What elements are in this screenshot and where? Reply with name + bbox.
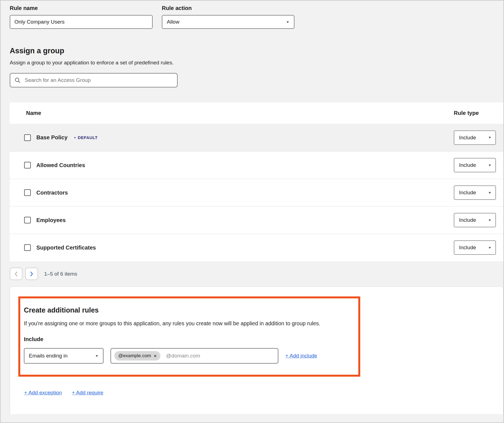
rule-action-value: Allow — [167, 19, 179, 25]
badge-label: DEFAULT — [78, 135, 98, 140]
rule-type-value: Include — [459, 162, 476, 168]
badge-bullet: • — [74, 135, 76, 140]
table-row: Supported Certificates Include ▼ — [10, 234, 503, 261]
rule-type-select[interactable]: Include ▼ — [454, 185, 496, 200]
rule-type-select[interactable]: Include ▼ — [454, 213, 496, 227]
highlight-box: Create additional rules If you're assign… — [18, 296, 360, 377]
add-exception-link[interactable]: + Add exception — [24, 390, 62, 396]
condition-select[interactable]: Emails ending in ▼ — [24, 348, 104, 364]
access-group-searchbox[interactable] — [10, 73, 178, 87]
chevron-down-icon: ▼ — [488, 191, 492, 194]
add-require-link[interactable]: + Add require — [72, 390, 104, 396]
table-row: Base Policy • DEFAULT Include ▼ — [10, 124, 503, 151]
chevron-down-icon: ▼ — [488, 246, 492, 249]
assign-group-heading: Assign a group — [10, 47, 503, 55]
access-groups-table: Name Rule type Base Policy • DEFAULT Inc… — [10, 102, 503, 261]
rule-type-select[interactable]: Include ▼ — [454, 240, 496, 255]
include-label: Include — [24, 336, 353, 343]
rule-action-field: Rule action Allow ▼ — [162, 5, 294, 29]
chevron-down-icon: ▼ — [488, 163, 492, 167]
additional-rules-card: Create additional rules If you're assign… — [10, 286, 503, 414]
rule-action-select[interactable]: Allow ▼ — [162, 15, 294, 29]
chevron-down-icon: ▼ — [488, 136, 492, 139]
domain-input[interactable] — [165, 352, 274, 359]
add-include-link[interactable]: + Add include — [285, 353, 317, 359]
group-name: Allowed Countries — [36, 162, 85, 168]
rule-form: Rule name Rule action Allow ▼ — [10, 5, 503, 29]
rule-name-label: Rule name — [10, 5, 153, 11]
row-checkbox[interactable] — [24, 217, 31, 223]
group-name: Base Policy — [36, 134, 67, 141]
rule-type-value: Include — [459, 190, 476, 196]
prev-page-button[interactable] — [10, 268, 22, 280]
additional-rules-description: If you're assigning one or more groups t… — [24, 320, 353, 327]
next-page-button[interactable] — [25, 268, 38, 280]
default-badge: • DEFAULT — [74, 135, 97, 140]
email-domains-input[interactable]: @example.com × — [110, 348, 278, 364]
rule-type-select[interactable]: Include ▼ — [454, 158, 496, 172]
chevron-left-icon — [14, 271, 18, 276]
rule-type-value: Include — [459, 245, 476, 251]
table-row: Contractors Include ▼ — [10, 179, 503, 206]
chevron-right-icon — [30, 271, 33, 276]
group-name: Employees — [36, 217, 66, 223]
row-checkbox[interactable] — [24, 134, 31, 141]
rule-type-value: Include — [459, 217, 476, 223]
table-header: Name Rule type — [10, 102, 503, 124]
table-row: Allowed Countries Include ▼ — [10, 151, 503, 179]
group-name: Contractors — [36, 190, 68, 196]
assign-group-description: Assign a group to your application to en… — [10, 60, 503, 66]
rule-settings-page: Rule name Rule action Allow ▼ Assign a g… — [1, 1, 503, 414]
group-name: Supported Certificates — [36, 245, 96, 251]
condition-value: Emails ending in — [29, 353, 67, 359]
column-header-rule-type: Rule type — [450, 110, 503, 116]
row-checkbox[interactable] — [24, 244, 31, 251]
rule-links-row: + Add exception + Add require — [24, 390, 503, 396]
search-icon — [14, 77, 21, 83]
remove-chip-icon[interactable]: × — [154, 354, 157, 358]
chevron-down-icon: ▼ — [286, 20, 289, 23]
search-input[interactable] — [24, 77, 173, 84]
row-checkbox[interactable] — [24, 162, 31, 168]
additional-rules-heading: Create additional rules — [24, 306, 353, 314]
rule-type-value: Include — [459, 135, 476, 141]
include-rule-row: Emails ending in ▼ @example.com × + Add … — [24, 348, 353, 364]
column-header-name: Name — [26, 110, 450, 116]
row-checkbox[interactable] — [24, 189, 31, 196]
rule-action-label: Rule action — [162, 5, 294, 11]
table-row: Employees Include ▼ — [10, 206, 503, 234]
chip-label: @example.com — [118, 353, 151, 359]
rule-type-select[interactable]: Include ▼ — [454, 130, 496, 145]
pagination: 1–5 of 6 items — [10, 268, 503, 280]
chevron-down-icon: ▼ — [95, 354, 99, 357]
pagination-label: 1–5 of 6 items — [44, 271, 77, 277]
email-chip: @example.com × — [114, 351, 160, 361]
chevron-down-icon: ▼ — [488, 218, 492, 221]
rule-name-field: Rule name — [10, 5, 153, 29]
rule-name-input[interactable] — [10, 15, 153, 29]
